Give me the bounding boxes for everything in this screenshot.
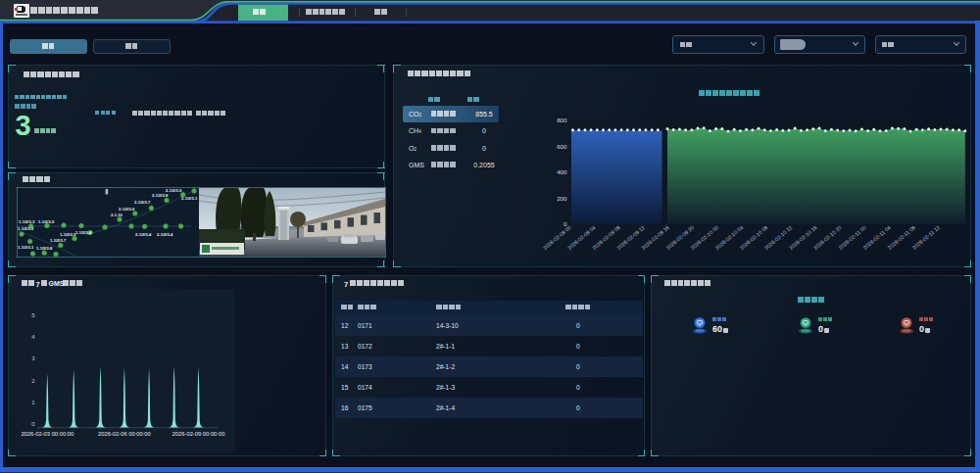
svg-text:0: 0 [31,421,35,427]
svg-text:1-1/2/3-5: 1-1/2/3-5 [38,219,55,224]
svg-text:400: 400 [557,168,567,175]
svg-text:5: 5 [31,312,35,318]
svg-text:2-1/2/3-6: 2-1/2/3-6 [119,207,135,212]
svg-text:3: 3 [31,355,35,361]
svg-text:2-1/2/3-4: 2-1/2/3-4 [135,232,152,237]
svg-text:1-1/2/3-7: 1-1/2/3-7 [50,238,67,243]
svg-text:600: 600 [557,143,567,150]
svg-text:2-1-10: 2-1-10 [111,213,123,217]
svg-text:2026-02-03 00:00:00: 2026-02-03 00:00:00 [21,431,74,437]
svg-text:2-1/2/3-7: 2-1/2/3-7 [134,200,151,205]
svg-text:2-1/2/3-8: 2-1/2/3-8 [152,193,169,198]
svg-text:1-1/2/3-4: 1-1/2/3-4 [75,230,92,235]
svg-text:1-1/2/3-5: 1-1/2/3-5 [60,232,76,237]
svg-text:2: 2 [31,378,35,384]
svg-text:200: 200 [557,195,567,202]
svg-text:2-1/2/3-9: 2-1/2/3-9 [166,188,182,193]
svg-text:1-1/2/3-8: 1-1/2/3-8 [36,246,53,251]
svg-text:2026-02-09 00:00:00: 2026-02-09 00:00:00 [172,431,225,437]
svg-text:1-1/2/3-3: 1-1/2/3-3 [19,219,35,224]
svg-text:1-1/2/3-1: 1-1/2/3-1 [18,245,34,250]
svg-text:4: 4 [31,334,35,340]
svg-text:1-1/2/3-2: 1-1/2/3-2 [18,226,34,231]
svg-text:2-1/2/3-4: 2-1/2/3-4 [157,232,173,237]
svg-text:2026-02-06 00:00:00: 2026-02-06 00:00:00 [98,431,151,437]
svg-text:2-1/2/3-1: 2-1/2/3-1 [181,196,198,201]
svg-text:800: 800 [557,117,567,123]
svg-text:1: 1 [31,400,35,405]
